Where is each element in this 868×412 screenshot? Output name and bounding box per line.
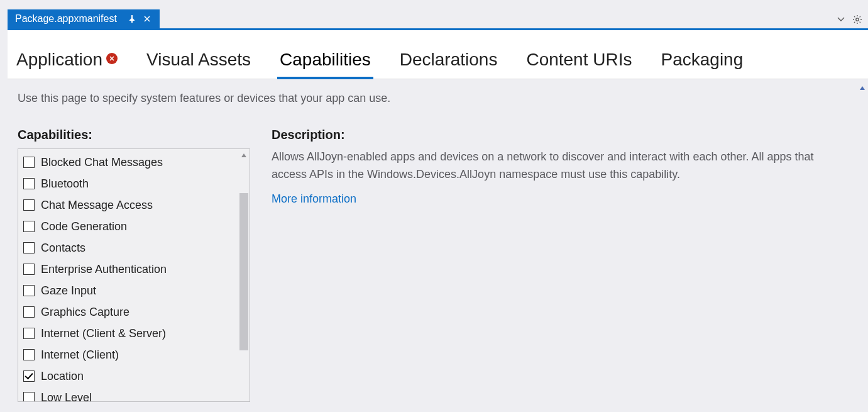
capability-label: Low Level xyxy=(41,391,92,402)
capability-item[interactable]: Low Level xyxy=(18,387,238,401)
capability-checkbox[interactable] xyxy=(23,370,35,382)
tab-capabilities[interactable]: Capabilities xyxy=(277,50,373,79)
document-tab-strip: Package.appxmanifest xyxy=(0,0,868,28)
capability-item[interactable]: Blocked Chat Messages xyxy=(18,152,238,173)
capability-label: Code Generation xyxy=(41,220,127,233)
capability-item[interactable]: Internet (Client & Server) xyxy=(18,323,238,344)
page-hint: Use this page to specify system features… xyxy=(18,92,858,105)
description-heading: Description: xyxy=(272,128,839,142)
capability-checkbox[interactable] xyxy=(23,242,35,253)
document-tab-title: Package.appxmanifest xyxy=(15,13,124,25)
capabilities-heading: Capabilities: xyxy=(18,128,250,142)
manifest-editor: Application Visual Assets Capabilities D… xyxy=(8,30,868,412)
capability-checkbox[interactable] xyxy=(23,199,35,211)
close-icon[interactable] xyxy=(140,11,155,26)
capability-checkbox[interactable] xyxy=(23,392,35,401)
description-text: Allows AllJoyn-enabled apps and devices … xyxy=(272,148,818,184)
pin-icon[interactable] xyxy=(124,11,140,26)
capability-label: Chat Message Access xyxy=(41,199,153,212)
capability-checkbox[interactable] xyxy=(23,221,35,232)
svg-point-0 xyxy=(856,18,859,21)
tab-label: Declarations xyxy=(400,50,498,70)
tab-content-uris[interactable]: Content URIs xyxy=(524,50,634,79)
capability-checkbox[interactable] xyxy=(23,349,35,360)
capability-label: Graphics Capture xyxy=(41,306,129,319)
capability-label: Location xyxy=(41,370,84,383)
capability-item[interactable]: Contacts xyxy=(18,237,238,259)
capability-label: Enterprise Authentication xyxy=(41,263,167,276)
capability-item[interactable]: Graphics Capture xyxy=(18,301,238,323)
capability-checkbox[interactable] xyxy=(23,306,35,318)
capability-checkbox[interactable] xyxy=(23,285,35,296)
capability-item[interactable]: Gaze Input xyxy=(18,280,238,301)
listbox-scrollbar[interactable] xyxy=(238,149,250,401)
capability-label: Internet (Client) xyxy=(41,348,119,362)
manifest-nav: Application Visual Assets Capabilities D… xyxy=(8,30,868,79)
capability-label: Internet (Client & Server) xyxy=(41,327,166,340)
dropdown-icon[interactable] xyxy=(835,14,847,25)
editor-scrollbar[interactable] xyxy=(857,79,868,412)
capability-label: Bluetooth xyxy=(41,177,89,191)
capabilities-listbox: Blocked Chat MessagesBluetoothChat Messa… xyxy=(18,148,250,402)
tab-application[interactable]: Application xyxy=(14,50,120,79)
capability-checkbox[interactable] xyxy=(23,178,35,189)
tab-label: Application xyxy=(16,50,102,70)
tab-label: Packaging xyxy=(661,50,743,70)
capability-item[interactable]: Enterprise Authentication xyxy=(18,259,238,280)
tab-label: Content URIs xyxy=(526,50,632,70)
tab-label: Visual Assets xyxy=(146,50,251,70)
tab-visual-assets[interactable]: Visual Assets xyxy=(144,50,253,79)
tab-declarations[interactable]: Declarations xyxy=(397,50,500,79)
document-tab[interactable]: Package.appxmanifest xyxy=(8,9,160,28)
capability-item[interactable]: Chat Message Access xyxy=(18,194,238,216)
more-information-link[interactable]: More information xyxy=(272,192,356,206)
gear-icon[interactable] xyxy=(852,14,863,25)
capability-checkbox[interactable] xyxy=(23,264,35,275)
capability-item[interactable]: Location xyxy=(18,365,238,387)
tab-packaging[interactable]: Packaging xyxy=(658,50,745,79)
scroll-up-icon[interactable] xyxy=(238,150,250,160)
error-badge-icon xyxy=(106,53,118,64)
scroll-up-icon[interactable] xyxy=(857,83,868,93)
capability-label: Blocked Chat Messages xyxy=(41,156,163,169)
tab-label: Capabilities xyxy=(280,50,371,70)
capability-label: Gaze Input xyxy=(41,284,96,298)
capabilities-body: Use this page to specify system features… xyxy=(8,79,868,412)
scroll-thumb[interactable] xyxy=(239,193,248,350)
capability-checkbox[interactable] xyxy=(23,328,35,339)
capability-item[interactable]: Code Generation xyxy=(18,216,238,237)
capability-checkbox[interactable] xyxy=(23,157,35,168)
capability-label: Contacts xyxy=(41,242,85,255)
capability-item[interactable]: Bluetooth xyxy=(18,173,238,194)
capability-item[interactable]: Internet (Client) xyxy=(18,344,238,365)
